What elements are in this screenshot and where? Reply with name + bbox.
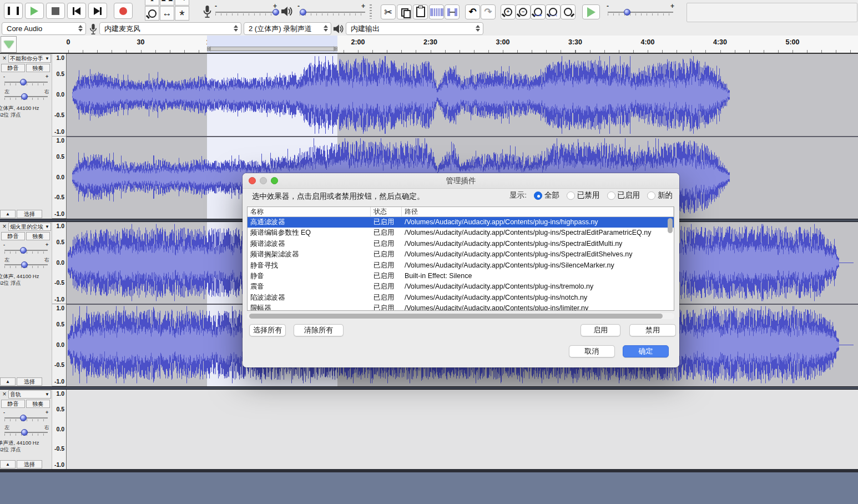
toolbar-grip[interactable]	[370, 4, 372, 19]
zoom-toggle-button[interactable]	[561, 4, 576, 19]
waveform-track-3[interactable]	[67, 390, 858, 469]
track-2-solo-button[interactable]: 独奏	[26, 232, 50, 240]
track-1-pan-thumb[interactable]	[21, 93, 28, 100]
recording-volume-thumb[interactable]	[272, 9, 279, 16]
table-vertical-scrollbar[interactable]	[668, 218, 673, 233]
column-header-status[interactable]: 状态	[371, 207, 402, 216]
recording-volume-slider[interactable]	[215, 12, 277, 13]
draw-tool-button[interactable]: ✎	[175, 0, 189, 6]
track-2-select-button[interactable]: 选择	[17, 377, 42, 386]
play-at-speed-icon	[587, 7, 595, 17]
enable-button[interactable]: 启用	[581, 324, 620, 336]
ok-button[interactable]: 确定	[623, 345, 669, 357]
track-2-title-menu[interactable]: 烟火里的尘埃▼	[8, 223, 51, 231]
redo-button[interactable]: ↷	[481, 4, 496, 19]
skip-to-start-button[interactable]	[67, 3, 86, 19]
track-1-title-menu[interactable]: 不能和你分手▼	[8, 54, 51, 63]
timeshift-tool-button[interactable]: ↔	[160, 6, 174, 21]
track-1-mute-button[interactable]: 静音	[1, 64, 25, 72]
cut-button[interactable]: ✂	[381, 4, 396, 19]
track-1-close-button[interactable]: ×	[1, 54, 8, 62]
stop-button[interactable]	[46, 3, 65, 19]
skip-to-end-button[interactable]	[88, 3, 107, 19]
track-3-collapse-button[interactable]: ▲	[0, 460, 16, 468]
plugin-row[interactable]: 频谱编辑参数性 EQ已启用/Volumes/Audacity/Audacity.…	[248, 228, 674, 238]
fit-project-button[interactable]: ⊢⊣	[546, 4, 561, 19]
fit-selection-button[interactable]: ↞↠	[531, 4, 546, 19]
dropdown-arrow-icon: ▼	[45, 56, 49, 61]
disable-button[interactable]: 禁用	[629, 324, 676, 336]
plugin-row[interactable]: 频谱搁架滤波器已启用/Volumes/Audacity/Audacity.app…	[248, 249, 674, 260]
plugin-row[interactable]: 震音已启用/Volumes/Audacity/Audacity.app/Cont…	[248, 281, 674, 292]
track-2-mute-button[interactable]: 静音	[1, 232, 25, 240]
play-button[interactable]	[25, 3, 44, 19]
column-header-path[interactable]: 路径	[402, 207, 674, 216]
envelope-tool-button[interactable]: ▲▲	[160, 0, 174, 6]
copy-button[interactable]	[397, 4, 412, 19]
recording-device-select[interactable]: 内建麦克风	[99, 22, 241, 35]
play-at-speed-button[interactable]	[582, 4, 600, 19]
vertical-scale-ruler-2[interactable]: 1.00.50.0-0.5-1.01.00.50.0-0.5-1.0	[52, 222, 67, 386]
track-3-solo-button[interactable]: 独奏	[26, 400, 50, 408]
plugin-row[interactable]: 静音寻找已启用/Volumes/Audacity/Audacity.app/Co…	[248, 260, 674, 271]
cancel-button[interactable]: 取消	[569, 345, 615, 357]
playback-volume-thumb[interactable]	[300, 9, 306, 16]
filter-radio-enabled[interactable]: 已启用	[607, 190, 640, 200]
playback-speed-slider[interactable]	[608, 12, 673, 13]
zoom-out-button[interactable]: −	[516, 4, 531, 19]
plugin-table-header[interactable]: 名称 状态 路径	[248, 207, 674, 217]
record-button[interactable]	[114, 3, 133, 19]
paste-button[interactable]	[413, 4, 428, 19]
clear-all-button[interactable]: 清除所有	[294, 324, 344, 336]
plugin-row[interactable]: 静音已启用Built-in Effect: Silence	[248, 271, 674, 281]
vertical-scale-ruler-1[interactable]: 1.00.50.0-0.5-1.01.00.50.0-0.5-1.0	[52, 54, 67, 219]
select-all-button[interactable]: 选择所有	[249, 324, 286, 336]
track-1-solo-button[interactable]: 独奏	[26, 64, 50, 72]
filter-radio-new[interactable]: 新的	[647, 190, 673, 200]
plugin-row[interactable]: 陷波滤波器已启用/Volumes/Audacity/Audacity.app/C…	[248, 293, 674, 303]
plugin-row[interactable]: 频谱滤波器已启用/Volumes/Audacity/Audacity.app/C…	[248, 239, 674, 249]
plugin-row[interactable]: 高通滤波器已启用/Volumes/Audacity/Audacity.app/C…	[248, 217, 674, 228]
selection-tool-button[interactable]: I	[145, 0, 159, 6]
silence-audio-button[interactable]	[445, 4, 460, 19]
track-3-select-button[interactable]: 选择	[17, 460, 42, 468]
skip-start-icon	[74, 7, 80, 15]
multi-tool-button[interactable]: *	[175, 6, 189, 21]
scrollbar-thumb[interactable]	[249, 314, 663, 319]
track-2-pan-thumb[interactable]	[21, 261, 28, 268]
track-2-close-button[interactable]: ×	[1, 223, 8, 230]
track-3-gain-thumb[interactable]	[20, 415, 27, 421]
track-1-collapse-button[interactable]: ▲	[0, 210, 16, 218]
track-2-gain-thumb[interactable]	[20, 247, 27, 254]
recording-channels-select[interactable]: 2 (立体声) 录制声道	[244, 22, 331, 35]
track-3-title-menu[interactable]: 音轨▼	[8, 390, 51, 399]
trim-audio-button[interactable]	[429, 4, 444, 19]
stepper-icon	[324, 25, 328, 32]
track-3-mute-button[interactable]: 静音	[1, 400, 25, 408]
column-header-name[interactable]: 名称	[248, 207, 371, 216]
track-1-gain-thumb[interactable]	[20, 79, 27, 85]
playback-device-select[interactable]: 内建输出	[346, 22, 483, 35]
vertical-scale-ruler-3[interactable]: 1.00.50.0-0.5-1.0	[52, 390, 67, 469]
pause-button[interactable]	[4, 3, 23, 19]
plugin-table: 名称 状态 路径 高通滤波器已启用/Volumes/Audacity/Audac…	[247, 206, 674, 311]
track-3-pan-thumb[interactable]	[21, 429, 28, 436]
playback-volume-slider[interactable]	[300, 12, 365, 13]
zoom-in-button[interactable]: +	[501, 4, 516, 19]
playback-speed-thumb[interactable]	[624, 9, 630, 16]
table-horizontal-scrollbar[interactable]	[247, 313, 674, 319]
scale-label: -0.5	[54, 361, 64, 368]
track-1-select-button[interactable]: 选择	[17, 210, 42, 218]
quick-play-selection-bar[interactable]	[207, 47, 337, 51]
dialog-titlebar[interactable]: 管理插件	[243, 173, 679, 189]
filter-radio-all[interactable]: 全部	[534, 190, 559, 200]
timeline-pin-button[interactable]	[1, 36, 17, 53]
track-2-collapse-button[interactable]: ▲	[0, 377, 16, 386]
zoom-tool-button[interactable]	[145, 6, 159, 21]
plugin-row[interactable]: 限幅器已启用/Volumes/Audacity/Audacity.app/Con…	[248, 303, 674, 311]
audio-host-select[interactable]: Core Audio	[2, 22, 86, 35]
undo-button[interactable]: ↶	[465, 4, 480, 19]
filter-radio-disabled[interactable]: 已禁用	[567, 190, 600, 200]
track-3-close-button[interactable]: ×	[1, 390, 8, 398]
timeline-ruler[interactable]: 0301:001:302:002:303:003:304:004:305:00	[0, 36, 858, 54]
